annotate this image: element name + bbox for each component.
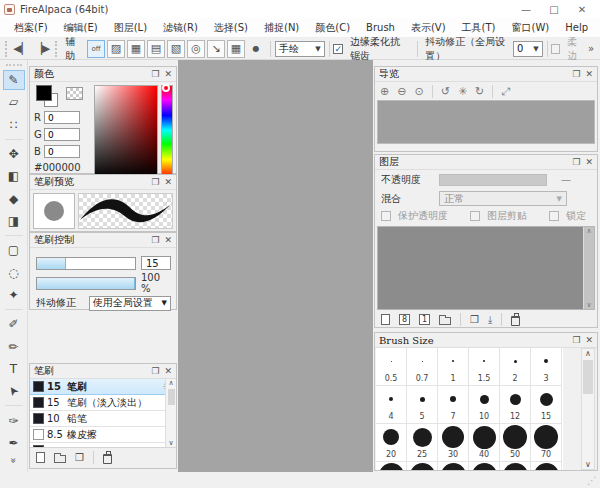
foreground-color-swatch[interactable] — [36, 85, 52, 101]
snap-vanish-icon[interactable]: ↘ — [207, 40, 225, 58]
size-cell[interactable] — [500, 348, 531, 374]
snap-concentric-icon[interactable]: ◎ — [187, 40, 205, 58]
protect-alpha-checkbox[interactable] — [381, 211, 391, 221]
hue-slider[interactable] — [161, 85, 173, 179]
size-cell[interactable] — [469, 462, 500, 470]
float-panel-icon[interactable]: ❐ — [151, 235, 159, 245]
close-panel-icon[interactable]: ✕ — [164, 177, 172, 187]
scroll-down-icon[interactable]: ∨ — [586, 301, 591, 309]
size-cell[interactable] — [376, 386, 407, 412]
float-panel-icon[interactable]: ❐ — [151, 177, 159, 187]
size-cell[interactable] — [531, 348, 562, 374]
size-cell[interactable] — [438, 348, 469, 374]
size-cell[interactable] — [376, 424, 407, 450]
b-input[interactable] — [44, 145, 80, 158]
close-panel-icon[interactable]: ✕ — [164, 235, 172, 245]
float-panel-icon[interactable]: ❐ — [572, 69, 580, 79]
size-cell[interactable] — [500, 462, 531, 470]
zoom-in-icon[interactable]: ⊕ — [380, 85, 389, 98]
add-brush-icon[interactable] — [36, 452, 45, 463]
bucket-tool[interactable]: ◆ — [3, 189, 25, 209]
lock-checkbox[interactable] — [549, 211, 559, 221]
add-layer-icon[interactable] — [381, 314, 390, 325]
brush-list-item[interactable]: 10 铅笔 — [30, 411, 176, 427]
brush-list-item[interactable]: 15 笔刷 ✳ — [30, 379, 176, 395]
maximize-button[interactable]: □ — [540, 1, 568, 17]
snap-diagonal-icon[interactable]: ▧ — [167, 40, 185, 58]
stabilizer-dropdown[interactable]: 0 ▼ — [513, 41, 543, 57]
transparent-color-swatch[interactable] — [66, 87, 83, 100]
cursor-tool[interactable]: ➤ — [3, 381, 25, 401]
gradient-tool[interactable]: ◨ — [3, 211, 25, 231]
menu-help[interactable]: Help — [557, 20, 596, 35]
opacity-slider[interactable] — [439, 174, 547, 186]
redo-button[interactable]: ▕▶ — [33, 40, 51, 58]
add-8bit-layer-icon[interactable]: 8 — [399, 314, 410, 325]
snap-parallel-icon[interactable]: ▨ — [107, 40, 125, 58]
snap-horizontal-icon[interactable]: ▤ — [147, 40, 165, 58]
size-cell[interactable] — [376, 348, 407, 374]
paint-tool[interactable]: ✑ — [3, 410, 25, 430]
brush-list-scrollbar[interactable]: ∧ ∨ — [165, 379, 176, 447]
pen-tool[interactable]: ✎ — [3, 70, 25, 90]
rotate-reset-icon[interactable]: ✳ — [458, 85, 467, 98]
size-cell[interactable] — [531, 386, 562, 412]
size-cell[interactable] — [407, 386, 438, 412]
fill-rect-tool[interactable]: ◧ — [3, 166, 25, 186]
panel-stabilizer-dropdown[interactable]: 使用全局设置 ▼ — [89, 296, 171, 311]
duplicate-brush-icon[interactable]: ❐ — [75, 452, 84, 463]
size-cell[interactable] — [469, 348, 500, 374]
add-folder-icon[interactable] — [439, 317, 451, 325]
scroll-down-icon[interactable]: ∨ — [585, 460, 591, 469]
float-panel-icon[interactable]: ❐ — [572, 335, 580, 345]
collapse-toolstrip-button[interactable]: » — [8, 457, 19, 463]
magic-wand-tool[interactable]: ✦ — [3, 285, 25, 305]
r-input[interactable] — [44, 111, 80, 124]
fit-window-icon[interactable]: ⤢ — [501, 85, 510, 98]
antialias-checkbox[interactable]: ✓ — [333, 44, 343, 54]
size-cell[interactable] — [500, 424, 531, 450]
layer-list[interactable]: ∧ ∨ — [377, 226, 595, 310]
resize-grip[interactable]: ⋰ — [587, 475, 597, 486]
add-1bit-layer-icon[interactable]: 1 — [419, 314, 430, 325]
blend-dropdown[interactable]: 正常 ▼ — [439, 191, 567, 206]
menu-window[interactable]: 窗口(W) — [504, 19, 558, 37]
snap-grid-icon[interactable]: ▦ — [127, 40, 145, 58]
zoom-reset-icon[interactable]: ⊙ — [414, 85, 423, 98]
size-cell[interactable] — [407, 462, 438, 470]
clipping-checkbox[interactable] — [470, 211, 480, 221]
draw-shape-tool[interactable]: ✐ — [3, 314, 25, 334]
brush-size-scrollbar[interactable]: ∧ ∨ — [581, 348, 595, 470]
zoom-out-icon[interactable]: ⊖ — [397, 85, 406, 98]
delete-brush-icon[interactable] — [103, 454, 112, 464]
saturation-value-picker[interactable] — [94, 85, 159, 179]
size-cell[interactable] — [500, 386, 531, 412]
lasso-tool[interactable]: ◌ — [3, 263, 25, 283]
brush-opacity-slider[interactable] — [36, 277, 136, 290]
scroll-up-icon[interactable]: ∧ — [586, 227, 591, 235]
menu-select[interactable]: 选择(S) — [206, 19, 256, 37]
brush-mode-dropdown[interactable]: 手绘 ▼ — [275, 41, 325, 57]
brush-list-item[interactable]: 15 笔刷（淡入淡出） — [30, 395, 176, 411]
size-cell[interactable] — [438, 462, 469, 470]
rotate-cw-icon[interactable]: ↻ — [475, 85, 484, 98]
brush-size-slider[interactable] — [36, 257, 136, 270]
scroll-up-icon[interactable]: ∧ — [585, 349, 591, 358]
brush-size-value[interactable]: 15 — [141, 256, 171, 270]
brush-list-item[interactable]: 8.5 橡皮擦 — [30, 427, 176, 443]
toolbar-overflow-button[interactable]: » — [588, 43, 594, 54]
float-panel-icon[interactable]: ❐ — [151, 366, 159, 376]
size-cell[interactable] — [531, 462, 562, 470]
scrollbar-thumb[interactable] — [583, 360, 593, 394]
size-cell[interactable] — [376, 462, 407, 470]
eyedropper-tool[interactable]: ✒ — [3, 433, 25, 453]
delete-layer-icon[interactable] — [511, 316, 520, 326]
soft-edge-checkbox[interactable] — [551, 44, 560, 54]
navigator-preview[interactable] — [377, 100, 595, 144]
scatter-tool[interactable]: ∷ — [3, 115, 25, 135]
layer-list-scrollbar[interactable]: ∧ ∨ — [583, 227, 594, 309]
close-panel-icon[interactable]: ✕ — [585, 69, 593, 79]
snap-perspective-icon[interactable]: ▦ — [227, 40, 245, 58]
menu-snap[interactable]: 捕捉(N) — [256, 19, 307, 37]
size-cell[interactable] — [438, 424, 469, 450]
